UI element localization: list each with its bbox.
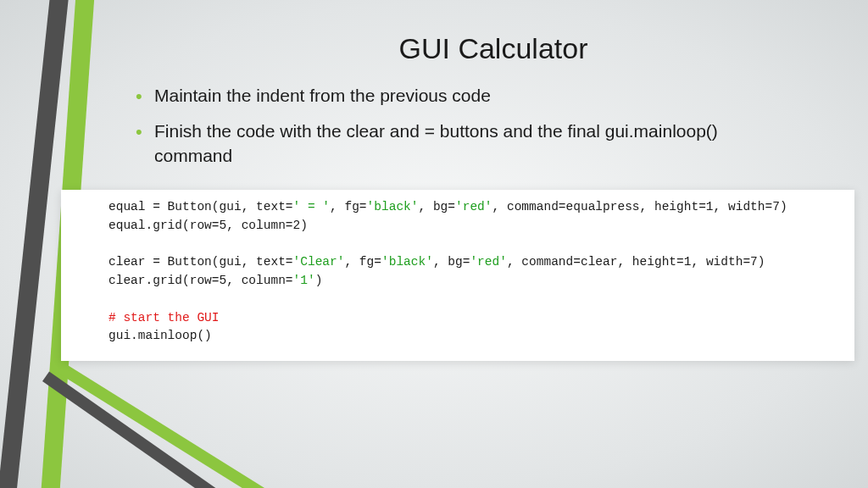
code-text: , command=clear, height=1, width=7) — [507, 255, 765, 269]
list-item: Finish the code with the clear and = but… — [136, 119, 800, 168]
code-text: equal.grid(row=5, column=2) — [108, 219, 308, 232]
code-comment: # start the GUI — [108, 311, 220, 324]
code-text: clear.grid(row=5, column= — [108, 274, 293, 287]
list-item: Maintain the indent from the previous co… — [136, 84, 800, 108]
slide-title: GUI Calculator — [0, 0, 868, 65]
bullet-list: Maintain the indent from the previous co… — [0, 65, 868, 168]
code-text: , bg= — [433, 255, 470, 269]
code-text: , command=equalpress, height=1, width=7) — [492, 200, 787, 214]
code-text: gui.mainloop() — [108, 329, 212, 342]
code-string: 'Clear' — [293, 255, 345, 269]
code-string: '1' — [293, 274, 315, 287]
code-string: 'red' — [455, 200, 492, 214]
code-text: , fg= — [344, 255, 381, 269]
code-text: , bg= — [419, 200, 456, 214]
code-text: ) — [315, 274, 323, 287]
code-block: equal = Button(gui, text=' = ', fg='blac… — [61, 190, 854, 361]
code-string: 'red' — [470, 255, 507, 269]
code-string: 'black' — [381, 255, 433, 269]
decor-bar-green-small — [58, 363, 352, 488]
code-string: ' = ' — [293, 200, 331, 214]
code-text: equal = Button(gui, text= — [108, 200, 293, 214]
code-string: 'black' — [367, 200, 419, 214]
code-text: , fg= — [330, 200, 367, 214]
code-text: clear = Button(gui, text= — [108, 255, 293, 269]
